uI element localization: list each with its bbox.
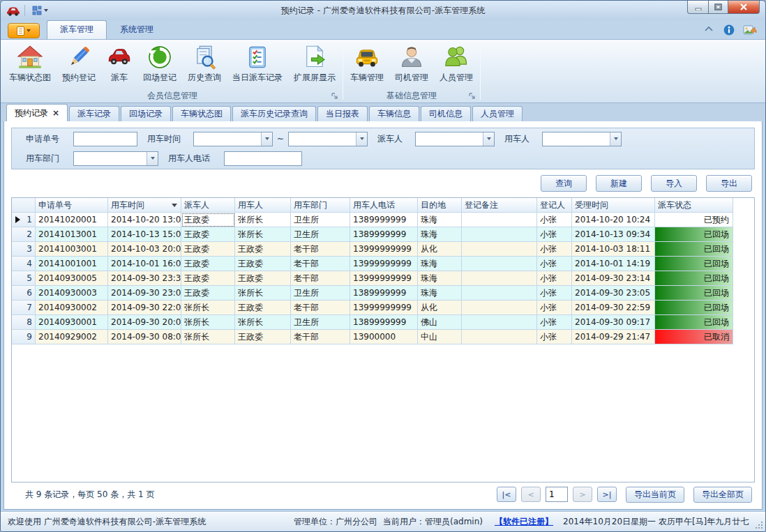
cell-remark[interactable] (462, 315, 537, 330)
cell-use_time[interactable]: 2014-10-03 20:00 (108, 242, 181, 257)
column-header-apply_no[interactable]: 申请单号 (36, 198, 108, 213)
dispatcher-combo[interactable] (415, 132, 495, 146)
cell-apply_no[interactable]: 20140930005 (36, 271, 108, 286)
cell-apply_no[interactable]: 20141001001 (36, 257, 108, 271)
ribbon-button-today-dispatch[interactable]: 当日派车记录 (227, 41, 288, 89)
cell-remark[interactable] (462, 301, 537, 315)
column-header-remark[interactable]: 登记备注 (462, 198, 537, 213)
cell-department[interactable]: 卫生所 (291, 315, 350, 330)
new-button[interactable]: 新建 (596, 175, 642, 192)
last-page-button[interactable]: >| (597, 487, 617, 502)
cell-status[interactable]: 已回场 (655, 315, 733, 330)
cell-dispatcher[interactable]: 张所长 (181, 301, 235, 315)
cell-dispatcher[interactable]: 张所长 (181, 330, 235, 344)
software-registered-link[interactable]: 【软件已注册】 (495, 516, 553, 528)
cell-dispatcher[interactable]: 王政委 (181, 227, 235, 242)
use-time-to-combo[interactable] (288, 132, 368, 146)
cell-accept_time[interactable]: 2014-10-13 09:34 (572, 227, 655, 242)
table-row[interactable]: 1201410200012014-10-20 13:00王政委张所长卫生所138… (12, 213, 754, 227)
cell-use_time[interactable]: 2014-09-30 23:00 (108, 286, 181, 301)
cell-accept_time[interactable]: 2014-09-29 21:47 (572, 330, 655, 344)
column-header-status[interactable]: 派车状态 (655, 198, 733, 213)
cell-user[interactable]: 王政委 (235, 271, 291, 286)
cell-dispatcher[interactable]: 王政委 (181, 242, 235, 257)
cell-department[interactable]: 老干部 (291, 242, 350, 257)
doc-tab[interactable]: 司机信息 (421, 106, 471, 121)
cell-destination[interactable]: 从化 (418, 242, 462, 257)
collapse-chevron-icon[interactable] (704, 24, 715, 36)
cell-accept_time[interactable]: 2014-10-20 10:24 (572, 213, 655, 227)
ribbon-tab-system[interactable]: 系统管理 (107, 20, 167, 39)
column-header-department[interactable]: 用车部门 (291, 198, 350, 213)
ribbon-button-vehicle-status[interactable]: 车辆状态图 (3, 41, 57, 89)
cell-status[interactable]: 已回场 (655, 301, 733, 315)
table-row[interactable]: 5201409300052014-09-30 23:30王政委王政委老干部139… (12, 271, 754, 286)
cell-destination[interactable]: 中山 (418, 330, 462, 344)
chevron-down-icon[interactable] (261, 132, 272, 146)
cell-remark[interactable] (462, 213, 537, 227)
chevron-down-icon[interactable] (356, 132, 367, 146)
cell-registrar[interactable]: 小张 (537, 286, 572, 301)
page-number-input[interactable] (546, 487, 568, 502)
cell-dispatcher[interactable]: 王政委 (181, 257, 235, 271)
ribbon-tab-dispatch[interactable]: 派车管理 (47, 20, 107, 39)
ribbon-button-extended-screen[interactable]: 扩展屏显示 (288, 41, 341, 89)
doc-tab[interactable]: 车辆信息 (369, 106, 419, 121)
cell-phone[interactable]: 1389999999 (350, 286, 418, 301)
column-header-user[interactable]: 用车人 (235, 198, 291, 213)
ribbon-button-return-register[interactable]: 回场登记 (137, 41, 182, 89)
cell-registrar[interactable]: 小张 (537, 330, 572, 344)
cell-phone[interactable]: 13999999999 (350, 257, 418, 271)
cell-registrar[interactable]: 小张 (537, 315, 572, 330)
ribbon-button-driver-manage[interactable]: 司机管理 (389, 41, 434, 89)
doc-tab[interactable]: 回场记录 (121, 106, 171, 121)
cell-destination[interactable]: 珠海 (418, 227, 462, 242)
table-row[interactable]: 2201410130012014-10-13 15:00王政委张所长卫生所138… (12, 227, 754, 242)
cell-user[interactable]: 王政委 (235, 301, 291, 315)
cell-phone[interactable]: 13999999999 (350, 242, 418, 257)
department-combo[interactable] (73, 151, 158, 166)
table-row[interactable]: 8201409300012014-09-30 20:00张所长张所长卫生所138… (12, 315, 754, 330)
user-combo[interactable] (542, 132, 622, 146)
apply-no-input[interactable] (73, 132, 137, 146)
cell-remark[interactable] (462, 242, 537, 257)
cell-use_time[interactable]: 2014-10-13 15:00 (108, 227, 181, 242)
cell-accept_time[interactable]: 2014-09-30 23:14 (572, 271, 655, 286)
cell-dispatcher[interactable]: 王政委 (181, 271, 235, 286)
minimize-button[interactable] (687, 1, 708, 14)
quick-access-button[interactable] (29, 4, 50, 17)
cell-use_time[interactable]: 2014-09-30 20:00 (108, 315, 181, 330)
first-page-button[interactable]: |< (497, 487, 516, 502)
column-header-dispatcher[interactable]: 派车人 (181, 198, 235, 213)
column-header-phone[interactable]: 用车人电话 (350, 198, 418, 213)
column-header-destination[interactable]: 目的地 (418, 198, 462, 213)
cell-registrar[interactable]: 小张 (537, 242, 572, 257)
cell-phone[interactable]: 13999999999 (350, 271, 418, 286)
cell-apply_no[interactable]: 20141013001 (36, 227, 108, 242)
chevron-down-icon[interactable] (610, 132, 621, 146)
ribbon-button-reservation-register[interactable]: 预约登记 (57, 41, 101, 89)
cell-status[interactable]: 已回场 (655, 271, 733, 286)
table-row[interactable]: 6201409300032014-09-30 23:00王政委张所长卫生所138… (12, 286, 754, 301)
phone-input[interactable] (224, 151, 302, 166)
cell-remark[interactable] (462, 257, 537, 271)
maximize-button[interactable] (708, 1, 728, 14)
info-icon[interactable] (723, 24, 735, 36)
cell-registrar[interactable]: 小张 (537, 213, 572, 227)
doc-tab[interactable]: 派车历史记录查询 (232, 106, 316, 121)
chevron-down-icon[interactable] (147, 152, 158, 165)
cell-destination[interactable]: 珠海 (418, 257, 462, 271)
cell-phone[interactable]: 13999999999 (350, 301, 418, 315)
cell-apply_no[interactable]: 20140930003 (36, 286, 108, 301)
resize-grip[interactable] (755, 521, 763, 529)
import-button[interactable]: 导入 (651, 175, 697, 192)
help-icon[interactable] (743, 24, 757, 36)
cell-dispatcher[interactable]: 张所长 (181, 315, 235, 330)
cell-status[interactable]: 已预约 (655, 213, 733, 227)
cell-accept_time[interactable]: 2014-09-30 22:59 (572, 301, 655, 315)
ribbon-button-personnel-manage[interactable]: 人员管理 (434, 41, 479, 89)
doc-tab[interactable]: 当日报表 (317, 106, 368, 121)
doc-tab[interactable]: 车辆状态图 (172, 106, 231, 121)
cell-department[interactable]: 老干部 (291, 301, 350, 315)
column-header-registrar[interactable]: 登记人 (537, 198, 572, 213)
